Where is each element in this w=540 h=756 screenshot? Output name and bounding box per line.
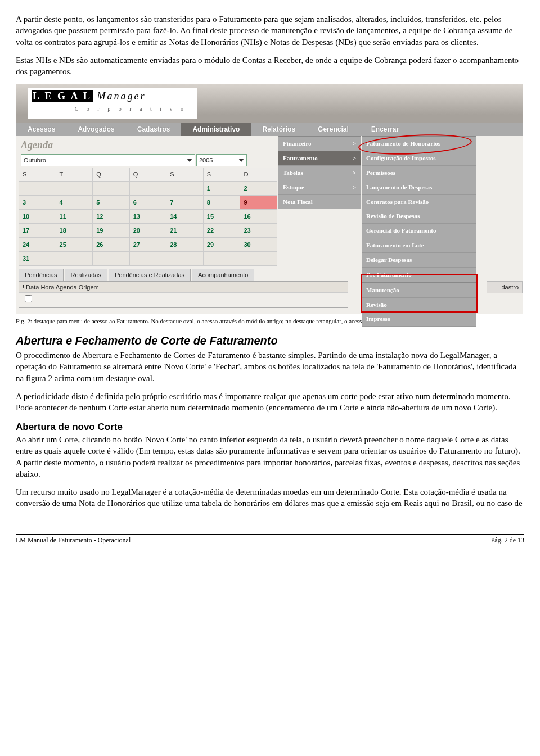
calendar-day[interactable] <box>129 252 166 266</box>
calendar-day[interactable]: 10 <box>19 210 56 224</box>
paragraph-1: A partir deste ponto, os lançamentos são… <box>16 13 524 48</box>
calendar-day[interactable]: 20 <box>129 224 166 238</box>
submenu-item-nota-fiscal[interactable]: Nota Fiscal <box>278 195 361 210</box>
submenu-item-tabelas[interactable]: Tabelas> <box>278 166 361 180</box>
submenu-item-delegar-despesas[interactable]: Delegar Despesas <box>362 253 476 268</box>
tab-pendências-e-realizadas[interactable]: Pendências e Realizadas <box>109 269 191 281</box>
chevron-down-icon <box>187 159 192 162</box>
calendar-day[interactable]: 18 <box>56 224 93 238</box>
subheading-abertura-novo-corte: Abertura de novo Corte <box>16 421 524 434</box>
menu-item-encerrar[interactable]: Encerrar <box>360 123 410 136</box>
paragraph-5: Ao abrir um Corte, clicando no botão 'No… <box>16 434 524 479</box>
calendar-day[interactable]: 22 <box>203 224 240 238</box>
chevron-down-icon <box>238 159 244 162</box>
calendar-day[interactable]: 8 <box>203 196 240 210</box>
menu-item-administrativo[interactable]: Administrativo <box>181 123 251 136</box>
calendar-day[interactable]: 12 <box>93 210 130 224</box>
calendar-day[interactable] <box>93 252 130 266</box>
submenu-item-gerencial-do-faturamento[interactable]: Gerencial do Faturamento <box>362 224 476 238</box>
calendar-day[interactable]: 3 <box>19 196 56 210</box>
calendar: STQQSSD123456789101112131415161718192021… <box>19 168 277 266</box>
calendar-day[interactable]: 14 <box>166 210 204 224</box>
calendar-day[interactable]: 31 <box>19 252 56 266</box>
calendar-day[interactable] <box>56 182 93 196</box>
submenu-item-faturamento-em-lote[interactable]: Faturamento em Lote <box>362 238 476 253</box>
chevron-right-icon: > <box>353 154 356 162</box>
menu-item-acessos[interactable]: Acessos <box>16 123 66 136</box>
list-row-empty <box>19 292 348 308</box>
calendar-day[interactable]: 21 <box>166 224 204 238</box>
calendar-day[interactable] <box>93 182 130 196</box>
footer-page-no: Pág. 2 de 13 <box>491 536 524 545</box>
tab-realizadas[interactable]: Realizadas <box>65 269 107 281</box>
submenu-item-faturamento[interactable]: Faturamento> <box>278 151 361 166</box>
calendar-day[interactable]: 7 <box>166 196 204 210</box>
weekday-header: Q <box>129 168 166 182</box>
calendar-day[interactable]: 5 <box>93 196 130 210</box>
paragraph-4: A periodicidade disto é definida pelo pr… <box>16 391 524 414</box>
calendar-day[interactable]: 29 <box>203 238 240 252</box>
submenu-item-contratos-para-revis-o[interactable]: Contratos para Revisão <box>362 195 476 210</box>
calendar-day[interactable]: 13 <box>129 210 166 224</box>
logo-text-sub: C o r p o r a t i v o <box>28 105 197 113</box>
calendar-day[interactable]: 15 <box>203 210 240 224</box>
calendar-day[interactable]: 16 <box>240 210 277 224</box>
tab-acompanhamento[interactable]: Acompanhamento <box>192 269 254 281</box>
calendar-day[interactable] <box>166 252 204 266</box>
menu-item-cadastros[interactable]: Cadastros <box>126 123 182 136</box>
calendar-day[interactable]: 2 <box>240 182 277 196</box>
menu-item-advogados[interactable]: Advogados <box>66 123 125 136</box>
calendar-day[interactable]: 23 <box>240 224 277 238</box>
submenu-item-lan-amento-de-despesas[interactable]: Lançamento de Despesas <box>362 180 476 195</box>
calendar-day[interactable]: 26 <box>93 238 130 252</box>
calendar-day[interactable]: 17 <box>19 224 56 238</box>
calendar-day[interactable]: 27 <box>129 238 166 252</box>
calendar-day[interactable] <box>19 182 56 196</box>
weekday-header: D <box>240 168 277 182</box>
menu-item-relatórios[interactable]: Relatórios <box>251 123 307 136</box>
calendar-day[interactable] <box>240 252 277 266</box>
submenu-item-revis-o-de-despesas[interactable]: Revisão de Despesas <box>362 209 476 224</box>
submenu-administrativo: Financeiro>Faturamento>Tabelas>Estoque>N… <box>278 136 361 209</box>
section-heading-abertura-fechamento: Abertura e Fechamento de Corte de Fatura… <box>16 333 524 348</box>
submenu-item-permiss-es[interactable]: Permissões <box>362 166 476 180</box>
calendar-day[interactable] <box>56 252 93 266</box>
paragraph-3: O procedimento de Abertura e Fechamento … <box>16 350 524 384</box>
app-logo: L E G A L Manager C o r p o r a t i v o <box>28 88 197 119</box>
calendar-day[interactable] <box>166 182 204 196</box>
calendar-day[interactable]: 11 <box>56 210 93 224</box>
month-value: Outubro <box>24 156 46 165</box>
calendar-day[interactable]: 19 <box>93 224 130 238</box>
calendar-day[interactable]: 30 <box>240 238 277 252</box>
weekday-header: S <box>166 168 204 182</box>
calendar-day[interactable]: 6 <box>129 196 166 210</box>
calendar-day[interactable] <box>203 252 240 266</box>
calendar-day[interactable]: 4 <box>56 196 93 210</box>
submenu-item-financeiro[interactable]: Financeiro> <box>278 137 361 151</box>
paragraph-2: Estas NHs e NDs são automaticamente envi… <box>16 55 524 78</box>
weekday-header: T <box>56 168 93 182</box>
highlight-rect <box>361 274 478 313</box>
calendar-day[interactable]: 24 <box>19 238 56 252</box>
calendar-day[interactable]: 9 <box>240 196 277 210</box>
calendar-day[interactable] <box>129 182 166 196</box>
row-checkbox[interactable] <box>25 295 32 302</box>
chevron-right-icon: > <box>353 169 356 177</box>
calendar-day[interactable]: 25 <box>56 238 93 252</box>
month-dropdown[interactable]: Outubro <box>21 154 195 166</box>
chevron-right-icon: > <box>353 183 356 192</box>
calendar-day[interactable]: 1 <box>203 182 240 196</box>
paragraph-6: Um recurso muito usado no LegalManager é… <box>16 486 524 509</box>
figure-screenshot: L E G A L Manager C o r p o r a t i v o … <box>16 84 523 314</box>
logo-text-main: L E G A L <box>32 90 93 102</box>
tab-pendências[interactable]: Pendências <box>19 269 64 281</box>
weekday-header: S <box>203 168 240 182</box>
agenda-title: Agenda <box>21 138 53 152</box>
year-dropdown[interactable]: 2005 <box>196 154 247 166</box>
submenu-item-estoque[interactable]: Estoque> <box>278 180 361 195</box>
calendar-day[interactable]: 28 <box>166 238 204 252</box>
menu-item-gerencial[interactable]: Gerencial <box>307 123 360 136</box>
year-value: 2005 <box>199 156 213 165</box>
footer-doc-title: LM Manual de Faturamento - Operacional <box>16 536 130 545</box>
submenu-item-impresso[interactable]: Impresso <box>362 312 476 327</box>
